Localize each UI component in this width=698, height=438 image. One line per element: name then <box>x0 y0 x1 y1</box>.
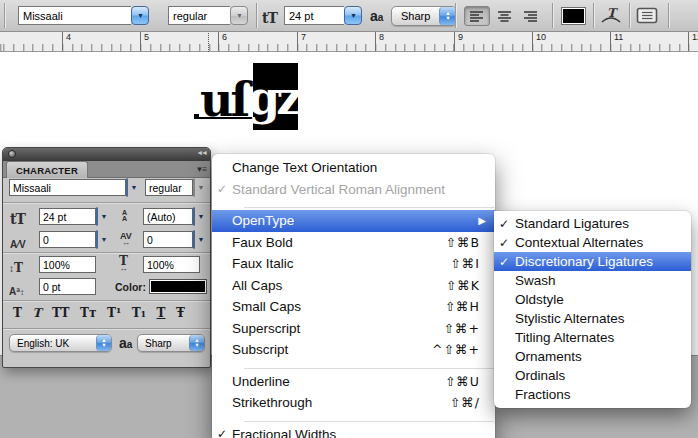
align-left-icon <box>469 10 485 23</box>
horizontal-ruler: 4 5 6 7 8 9 10 11 12 <box>0 32 698 52</box>
style-toggle-button[interactable]: Ŧ <box>176 305 185 321</box>
ruler-number: 4 <box>62 32 71 51</box>
horizontal-scale-field[interactable] <box>143 256 200 273</box>
menu-item-shortcut: ⇧⌘K <box>446 278 480 293</box>
panel-font-style-input[interactable] <box>145 179 193 196</box>
chevron-down-icon[interactable] <box>96 207 98 226</box>
style-toggle-button[interactable]: TT <box>52 305 69 321</box>
vertical-scale-icon <box>9 258 23 276</box>
chevron-down-icon[interactable] <box>126 178 128 197</box>
submenu-item[interactable]: Ornaments <box>494 347 691 366</box>
tracking-icon <box>120 232 132 246</box>
menu-item[interactable] <box>212 414 495 424</box>
panel-titlebar[interactable] <box>3 148 210 161</box>
submenu-item[interactable]: Swash <box>494 271 691 290</box>
panel-menu-icon[interactable] <box>195 164 206 174</box>
menu-item-label: Standard Vertical Roman Alignment <box>232 182 470 197</box>
kerning-field[interactable] <box>39 231 96 248</box>
style-toggle-button[interactable]: T <box>157 305 166 321</box>
menu-item[interactable]: Underline ⇧⌘U <box>212 371 495 393</box>
font-size-field[interactable] <box>39 208 96 225</box>
ruler-number: 10 <box>532 32 546 51</box>
menu-item[interactable]: ✓ Fractional Widths <box>212 424 495 438</box>
menu-item[interactable] <box>212 200 495 210</box>
menu-item[interactable] <box>212 361 495 371</box>
menu-item[interactable]: OpenType ▶ <box>212 210 495 232</box>
style-toggle-button[interactable]: Tт <box>80 305 96 321</box>
menu-item[interactable]: Faux Italic ⇧⌘I <box>212 253 495 275</box>
menu-item-shortcut: ⇧⌘+ <box>444 321 480 336</box>
warp-text-button[interactable]: T <box>599 6 623 26</box>
text-color-swatch[interactable] <box>561 7 586 25</box>
vertical-scale-field[interactable] <box>39 256 96 273</box>
text-selection-highlight[interactable]: gz <box>253 63 298 130</box>
canvas-text[interactable]: uſ <box>200 82 247 118</box>
submenu-item[interactable]: Titling Alternates <box>494 328 691 347</box>
collapse-arrows-icon[interactable] <box>196 149 206 156</box>
style-toggle-button[interactable]: T¹ <box>107 305 121 321</box>
anti-alias-select[interactable]: Sharp <box>391 6 457 26</box>
panel-font-family-input[interactable] <box>9 179 126 196</box>
style-toggle-button[interactable]: T <box>33 305 42 321</box>
tab-character[interactable]: CHARACTER <box>6 161 88 178</box>
panel-tab-bar: CHARACTER <box>3 161 210 178</box>
menu-item[interactable]: Strikethrough ⇧⌘/ <box>212 392 495 414</box>
close-icon[interactable] <box>8 150 16 158</box>
baseline-shift-icon <box>9 281 24 299</box>
divider <box>3 202 210 203</box>
menu-item-label: Fractional Widths <box>232 427 470 438</box>
font-size-icon <box>262 8 277 27</box>
panel-color-swatch[interactable] <box>149 279 207 294</box>
anti-alias-value: Sharp <box>145 338 172 349</box>
submenu-item-label: Swash <box>515 273 682 288</box>
panel-anti-alias-select[interactable]: Sharp <box>137 334 205 352</box>
submenu-item[interactable]: Oldstyle <box>494 290 691 309</box>
font-family-combo[interactable] <box>18 6 149 25</box>
align-right-button[interactable] <box>518 6 544 26</box>
menu-item-label: OpenType <box>232 213 462 228</box>
font-style-combo[interactable] <box>168 6 248 25</box>
baseline-shift-field[interactable] <box>39 278 96 295</box>
toggle-palettes-button[interactable] <box>636 7 658 24</box>
chevron-down-icon[interactable] <box>96 230 98 249</box>
style-toggle-button[interactable]: T₁ <box>132 305 146 321</box>
submenu-item[interactable]: Fractions <box>494 385 691 404</box>
chevron-down-icon[interactable] <box>131 6 149 25</box>
canvas-selected-text[interactable]: gz <box>248 80 298 116</box>
language-value: English: UK <box>17 338 69 349</box>
language-select[interactable]: English: UK <box>9 334 112 352</box>
checkmark-icon: ✓ <box>499 255 515 269</box>
submenu-item[interactable]: ✓ Discretionary Ligatures <box>494 252 691 271</box>
menu-item[interactable]: All Caps ⇧⌘K <box>212 275 495 297</box>
align-left-button[interactable] <box>464 6 490 26</box>
kerning-tracking-row <box>3 231 210 249</box>
leading-field[interactable] <box>143 208 193 225</box>
menu-item-label: Faux Italic <box>232 256 440 271</box>
submenu-item-label: Discretionary Ligatures <box>515 254 682 269</box>
checkmark-icon: ✓ <box>499 236 515 250</box>
align-center-button[interactable] <box>492 6 518 26</box>
menu-item[interactable]: Superscript ⇧⌘+ <box>212 318 495 340</box>
submenu-item[interactable]: ✓ Standard Ligatures <box>494 214 691 233</box>
menu-item[interactable]: Small Caps ⇧⌘H <box>212 296 495 318</box>
font-family-input[interactable] <box>18 6 131 25</box>
chevron-down-icon[interactable] <box>344 6 362 25</box>
align-center-icon <box>497 10 513 23</box>
submenu-item[interactable]: ✓ Contextual Alternates <box>494 233 691 252</box>
font-size-input[interactable] <box>284 6 344 25</box>
style-toggle-button[interactable]: T <box>13 305 22 321</box>
font-style-input[interactable] <box>168 6 230 25</box>
chevron-down-icon[interactable] <box>193 207 195 226</box>
font-row <box>3 179 210 197</box>
separator <box>4 3 5 28</box>
font-size-combo[interactable] <box>284 6 362 25</box>
tracking-field[interactable] <box>143 231 193 248</box>
submenu-item[interactable]: Stylistic Alternates <box>494 309 691 328</box>
menu-item[interactable]: ✓ Standard Vertical Roman Alignment <box>212 179 495 201</box>
menu-item[interactable]: Faux Bold ⇧⌘B <box>212 232 495 254</box>
menu-item[interactable]: Subscript ^⇧⌘+ <box>212 339 495 361</box>
chevron-down-icon[interactable] <box>193 230 195 249</box>
menu-item[interactable]: Change Text Orientation <box>212 157 495 179</box>
tool-options-bar: Sharp T <box>0 0 698 32</box>
submenu-item[interactable]: Ordinals <box>494 366 691 385</box>
